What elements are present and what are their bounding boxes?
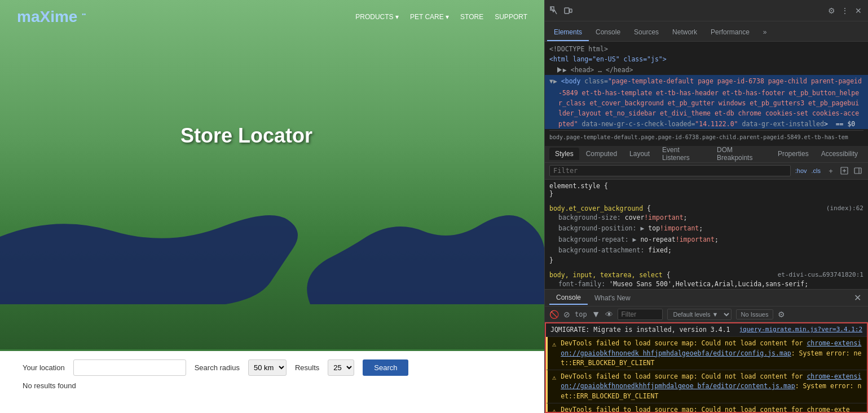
- css-filter-input[interactable]: [549, 165, 791, 176]
- subtab-accessibility[interactable]: Accessibility: [816, 148, 863, 160]
- console-settings-icon[interactable]: ⚙: [778, 310, 785, 319]
- device-toggle-icon[interactable]: [563, 6, 573, 16]
- console-message-devtools-3: ⚠ DevTools failed to load source map: Co…: [546, 403, 867, 413]
- filter-options: :hov .cls: [795, 167, 821, 174]
- more-tools-icon[interactable]: ⋮: [840, 6, 850, 16]
- cls-option[interactable]: .cls: [812, 167, 821, 174]
- css-rules-panel: element.style { } body.et_cover_backgrou…: [545, 180, 868, 289]
- store-locator-section: Your location Search radius 50 km Result…: [0, 351, 544, 413]
- console-tab-console[interactable]: Console: [549, 291, 588, 305]
- warning-icon-2: ⚠: [552, 372, 556, 383]
- location-label: Your location: [23, 363, 65, 372]
- element-style-close: }: [549, 190, 863, 198]
- console-ban-icon[interactable]: ⊘: [563, 310, 570, 319]
- console-dropdown-arrow[interactable]: ▼: [592, 309, 601, 319]
- tab-console[interactable]: Console: [589, 24, 627, 41]
- svg-rect-11: [854, 168, 861, 174]
- warning-icon-3: ⚠: [552, 406, 556, 413]
- subtab-styles[interactable]: Styles: [549, 148, 579, 160]
- subtab-layout[interactable]: Layout: [624, 148, 655, 160]
- svg-rect-6: [565, 8, 569, 14]
- tab-network[interactable]: Network: [666, 24, 704, 41]
- no-results-text: No results found: [23, 381, 522, 390]
- css-filter-row: :hov .cls +: [545, 163, 868, 180]
- nav-petcare[interactable]: PET CARE ▾: [410, 13, 449, 21]
- svg-rect-7: [570, 9, 572, 12]
- radius-label: Search radius: [195, 363, 240, 372]
- filter-icons: +: [825, 165, 863, 176]
- css-prop-bg-attachment: background-attachment: fixed;: [549, 245, 863, 256]
- head-tag-line: ▶ <head> … </head>: [549, 65, 863, 75]
- tab-more[interactable]: »: [756, 24, 774, 41]
- tab-sources[interactable]: Sources: [627, 24, 666, 41]
- warning-text-2: DevTools failed to load source map: Coul…: [561, 372, 862, 401]
- console-filter-input[interactable]: [618, 309, 663, 320]
- cover-bg-selector: body.et_cover_background { (index):62: [549, 205, 863, 212]
- body-class-line2: -5849 et-tb-has-template et-tb-has-heade…: [545, 88, 868, 98]
- nav-support[interactable]: SUPPORT: [495, 13, 527, 21]
- body-class-line3: r_class et_cover_background et_pb_gutter…: [545, 98, 868, 108]
- subtab-computed[interactable]: Computed: [580, 148, 623, 160]
- search-button[interactable]: Search: [363, 359, 408, 376]
- html-tree: <!DOCTYPE html> <html lang="en-US" class…: [545, 42, 868, 146]
- css-prop-bg-size: background-size: cover!important;: [549, 212, 863, 224]
- body-class-line4: lder_layout et_no_sidebar et_divi_theme …: [545, 108, 868, 118]
- rule-source-1[interactable]: (index):62: [826, 205, 863, 212]
- warning-text-1: DevTools failed to load source map: Coul…: [561, 339, 862, 368]
- devtools-toolbar: ⚙ ⋮ ✕: [545, 0, 868, 21]
- jqmigrate-source[interactable]: jquery-migrate.min.js?ver=3.4.1:2: [739, 325, 862, 335]
- console-tab-whats-new[interactable]: What's New: [588, 292, 637, 304]
- console-messages: JQMIGRATE: Migrate is installed, version…: [545, 322, 868, 413]
- html-tag-line: <html lang="en-US" class="js">: [549, 54, 863, 64]
- nav-products[interactable]: PRODUCTS ▾: [355, 13, 399, 21]
- tab-performance[interactable]: Performance: [704, 24, 756, 41]
- console-eye-icon[interactable]: 👁: [605, 310, 613, 319]
- radius-select[interactable]: 50 km: [248, 359, 287, 376]
- site-logo: maXime ••: [17, 8, 86, 26]
- top-dropdown[interactable]: top: [575, 310, 587, 318]
- tab-elements[interactable]: Elements: [547, 24, 589, 41]
- toggle-sidebar-icon[interactable]: [852, 165, 863, 176]
- devtools-panel: ⚙ ⋮ ✕ Elements Console Sources Network P…: [544, 0, 868, 413]
- font-family-selector: body, input, textarea, select { et-divi-…: [549, 271, 863, 279]
- body-class-line5: pted" data-new-gr-c-s-check-loaded="14.1…: [545, 119, 868, 129]
- css-prop-font-family: font-family: 'Museo Sans 500',Helvetica,…: [549, 279, 863, 289]
- wave-decoration: [0, 192, 544, 304]
- css-rule-font-family: body, input, textarea, select { et-divi-…: [549, 271, 863, 289]
- devtools-subtabs: Styles Computed Layout Event Listeners D…: [545, 146, 868, 163]
- inspect-element-icon[interactable]: [549, 6, 559, 16]
- nav-store[interactable]: STORE: [460, 13, 483, 21]
- console-clear-icon[interactable]: 🚫: [549, 310, 559, 319]
- console-toolbar: 🚫 ⊘ top ▼ 👁 Default levels ▼ No Issues ⚙: [545, 307, 868, 322]
- css-prop-bg-repeat: background-repeat: ▶ no-repeat!important…: [549, 234, 863, 246]
- site-nav: PRODUCTS ▾ PET CARE ▾ STORE SUPPORT: [355, 13, 527, 21]
- cover-bg-close: }: [549, 256, 863, 264]
- console-message-jqmigrate: JQMIGRATE: Migrate is installed, version…: [546, 323, 867, 337]
- console-no-issues: No Issues: [736, 309, 774, 319]
- subtab-dom-breakpoints[interactable]: DOM Breakpoints: [711, 144, 771, 164]
- rule-source-2[interactable]: et-divi-cus…693741820:1: [778, 271, 863, 278]
- settings-icon[interactable]: ⚙: [826, 6, 836, 16]
- close-devtools-icon[interactable]: ✕: [853, 6, 863, 16]
- website-panel: maXime •• PRODUCTS ▾ PET CARE ▾ STORE SU…: [0, 0, 544, 413]
- console-tabs: Console What's New ✕: [545, 290, 868, 307]
- css-rule-element-style: element.style { }: [549, 182, 863, 198]
- add-style-rule-icon[interactable]: +: [825, 165, 836, 176]
- console-levels-dropdown[interactable]: Default levels ▼: [667, 309, 732, 320]
- new-style-rule-icon[interactable]: [839, 165, 850, 176]
- body-class-selected[interactable]: ▼▶ <body class="page-template-default pa…: [545, 75, 868, 87]
- jqmigrate-text: JQMIGRATE: Migrate is installed, version…: [550, 325, 734, 335]
- devtools-tabs: Elements Console Sources Network Perform…: [545, 21, 868, 42]
- console-panel: Console What's New ✕ 🚫 ⊘ top ▼ 👁 Default…: [545, 289, 868, 413]
- console-close-icon[interactable]: ✕: [852, 290, 863, 305]
- results-select[interactable]: 25: [328, 359, 354, 376]
- css-rule-cover-bg: body.et_cover_background { (index):62 ba…: [549, 205, 863, 264]
- warning-icon-1: ⚠: [552, 339, 556, 349]
- subtab-properties[interactable]: Properties: [772, 148, 814, 160]
- results-label: Results: [295, 363, 319, 372]
- subtab-event-listeners[interactable]: Event Listeners: [656, 144, 710, 164]
- hero-title: Store Locator: [180, 124, 312, 148]
- location-input[interactable]: [73, 359, 186, 376]
- breadcrumb-line[interactable]: body.page-template-default.page.page-id-…: [549, 130, 863, 143]
- hov-option[interactable]: :hov: [795, 167, 807, 174]
